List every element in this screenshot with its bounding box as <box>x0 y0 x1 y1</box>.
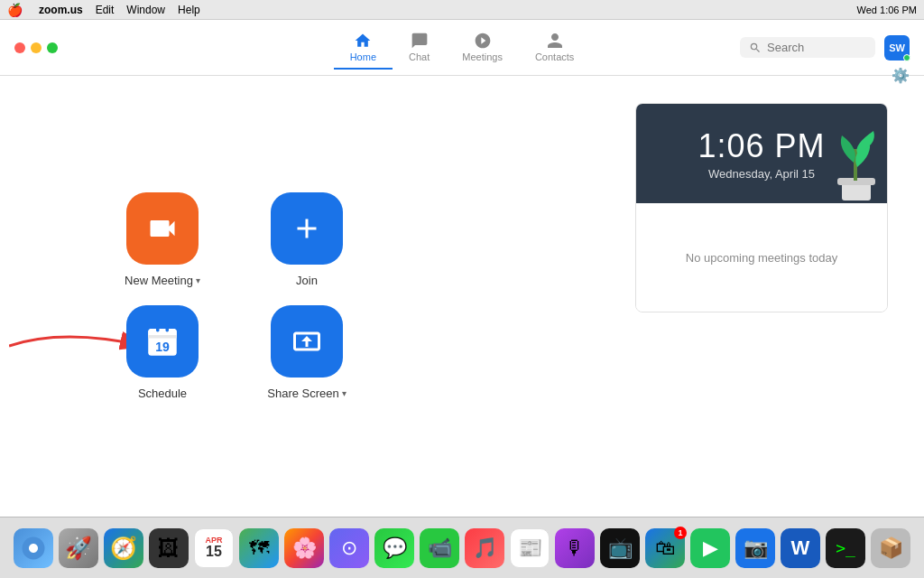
plant-decoration <box>824 122 887 203</box>
dock-photos-app[interactable]: 🖼 <box>149 528 189 568</box>
menu-window[interactable]: Window <box>126 4 165 16</box>
dock: 🚀 🧭 🖼 APR15 🗺 🌸 ⊙ 💬 📹 🎵 📰 🎙 📺 <box>0 517 924 578</box>
search-icon <box>749 42 762 54</box>
new-meeting-label: New Meeting ▾ <box>125 274 200 287</box>
dock-zoom[interactable]: 📷 <box>735 528 775 568</box>
dock-messages[interactable]: 💬 <box>374 528 414 568</box>
tab-home[interactable]: Home <box>334 26 393 70</box>
dock-arc[interactable]: ⊙ <box>329 528 369 568</box>
online-indicator <box>903 54 910 61</box>
toolbar-right: SW <box>740 35 910 61</box>
clock-banner: 1:06 PM Wednesday, April 15 <box>636 104 887 203</box>
finder-icon <box>20 535 47 562</box>
dock-appstore[interactable]: 🛍 1 <box>645 528 685 568</box>
share-screen-label: Share Screen ▾ <box>267 387 346 400</box>
svg-rect-4 <box>156 326 160 332</box>
schedule-label: Schedule <box>138 387 187 400</box>
dock-badge: 1 <box>674 527 687 539</box>
dock-maps[interactable]: 🗺 <box>239 528 279 568</box>
dock-photos[interactable]: 🌸 <box>284 528 324 568</box>
menu-help[interactable]: Help <box>178 4 200 16</box>
search-input[interactable] <box>767 41 857 54</box>
video-icon <box>146 212 179 245</box>
tab-contacts[interactable]: Contacts <box>519 26 590 70</box>
dock-word[interactable]: W <box>781 528 820 568</box>
schedule-button[interactable]: 19 <box>126 305 199 378</box>
actions-area: New Meeting ▾ Join <box>36 94 599 499</box>
menubar-status: Wed 1:06 PM <box>857 5 917 15</box>
avatar[interactable]: SW <box>884 35 910 61</box>
fullscreen-button[interactable] <box>47 42 58 53</box>
join-button[interactable] <box>271 192 343 265</box>
clock-time: 1:06 PM <box>698 127 825 165</box>
toolbar: Home Chat Meetings Contacts SW <box>0 20 924 76</box>
dock-finder[interactable] <box>14 528 53 568</box>
clock-display: 1:06 PM Wednesday, April 15 <box>698 127 825 181</box>
dock-safari[interactable]: 🧭 <box>104 528 143 568</box>
plus-icon <box>291 212 323 245</box>
menu-edit[interactable]: Edit <box>96 4 115 16</box>
menubar: 🍎 zoom.us Edit Window Help Wed 1:06 PM <box>0 0 924 20</box>
main-content: New Meeting ▾ Join <box>0 76 924 517</box>
apple-menu[interactable]: 🍎 <box>7 3 23 17</box>
share-screen-item[interactable]: Share Screen ▾ <box>253 305 361 400</box>
action-grid: New Meeting ▾ Join <box>108 192 361 400</box>
dock-news[interactable]: 📰 <box>510 528 550 568</box>
dock-music[interactable]: 🎵 <box>465 528 504 568</box>
dock-cursor[interactable]: ▶ <box>690 528 730 568</box>
calendar-icon: 19 <box>143 322 181 360</box>
dock-facetime[interactable]: 📹 <box>420 528 459 568</box>
svg-rect-5 <box>166 326 170 332</box>
tab-chat[interactable]: Chat <box>393 26 446 70</box>
svg-rect-6 <box>148 335 177 339</box>
dock-tv[interactable]: 📺 <box>600 528 640 568</box>
search-box[interactable] <box>740 37 875 58</box>
join-item[interactable]: Join <box>253 192 361 287</box>
dock-terminal[interactable]: >_ <box>826 528 865 568</box>
new-meeting-button[interactable] <box>126 192 199 265</box>
clock-date: Wednesday, April 15 <box>698 167 825 181</box>
share-screen-button[interactable] <box>271 305 343 378</box>
settings-icon[interactable]: ⚙️ <box>892 67 910 84</box>
nav-tabs: Home Chat Meetings Contacts <box>334 26 591 70</box>
dock-archive[interactable]: 📦 <box>871 528 910 568</box>
svg-text:19: 19 <box>155 340 170 354</box>
no-meetings-text: No upcoming meetings today <box>636 203 887 312</box>
new-meeting-item[interactable]: New Meeting ▾ <box>108 192 217 287</box>
join-label: Join <box>296 274 318 287</box>
traffic-lights <box>14 42 58 53</box>
calendar-panel: 1:06 PM Wednesday, April 15 No upcoming … <box>635 103 888 312</box>
share-icon <box>291 325 323 358</box>
menubar-time: Wed 1:06 PM <box>857 5 917 15</box>
dock-launchpad[interactable]: 🚀 <box>59 528 98 568</box>
tab-meetings[interactable]: Meetings <box>446 26 519 70</box>
close-button[interactable] <box>14 42 25 53</box>
dock-podcasts[interactable]: 🎙 <box>555 528 595 568</box>
minimize-button[interactable] <box>31 42 42 53</box>
app-name[interactable]: zoom.us <box>39 4 83 16</box>
dock-calendar[interactable]: APR15 <box>194 528 234 568</box>
